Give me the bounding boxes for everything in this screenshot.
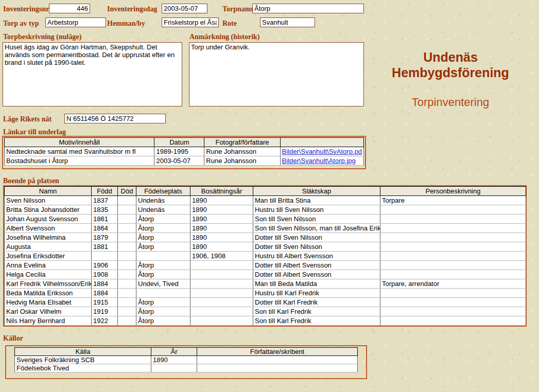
inventeringsnr-input[interactable] bbox=[49, 4, 90, 13]
cell: Undenäs bbox=[136, 205, 190, 215]
cell: Åtorp bbox=[136, 215, 190, 224]
cell: 1864 bbox=[92, 224, 118, 233]
table-row: Albert Svensson1864Åtorp1890Son till Sve… bbox=[5, 224, 526, 233]
cell bbox=[190, 270, 253, 279]
cell: Bostadshuset i Åtorp bbox=[5, 156, 154, 166]
cell bbox=[380, 224, 526, 233]
column-header: Släktskap bbox=[253, 187, 380, 196]
table-row: Josefina Wilhelmina1879Åtorp1890Dotter t… bbox=[5, 233, 526, 242]
cell bbox=[190, 316, 253, 326]
cell: 1906, 1908 bbox=[190, 252, 253, 261]
links-table: Motiv/innehållDatumFotograf/författare N… bbox=[4, 137, 364, 166]
cell: 1835 bbox=[92, 205, 118, 215]
cell bbox=[380, 233, 526, 242]
cell bbox=[190, 289, 253, 298]
column-header: Födelseplats bbox=[136, 187, 190, 196]
rote-label: Rote bbox=[222, 20, 237, 28]
column-header: År bbox=[151, 348, 197, 356]
column-header: Motiv/innehåll bbox=[5, 138, 154, 147]
residents-section-title: Boende på platsen bbox=[3, 177, 59, 185]
cell: 1890 bbox=[190, 242, 253, 252]
cell bbox=[380, 270, 526, 279]
table-row: Helga Cecilia1908ÅtorpDotter till Albert… bbox=[5, 270, 526, 279]
torpbeskrivning-textarea[interactable]: Huset ägs idag av Göran Hartman, Skeppsh… bbox=[3, 42, 182, 106]
cell: Britta Stina Johansdotter bbox=[5, 205, 92, 215]
cell: Bilder\Svanhult\SvAtorp.pd bbox=[280, 147, 363, 156]
cell: 1881 bbox=[92, 242, 118, 252]
cell: 1890 bbox=[190, 224, 253, 233]
inventeringsdag-label: Inventeringsdag bbox=[107, 5, 157, 13]
torp-av-typ-input[interactable] bbox=[45, 17, 106, 27]
table-row: Johan August Svensson1861Åtorp1890Son ti… bbox=[5, 215, 526, 224]
cell: Åtorp bbox=[136, 224, 190, 233]
sources-table-header-row: KällaÅrFörfattare/skribent bbox=[15, 348, 358, 356]
hemman-by-input[interactable] bbox=[162, 17, 219, 27]
cell bbox=[190, 298, 253, 307]
cell: 1879 bbox=[92, 233, 118, 242]
inventeringsdag-input[interactable] bbox=[162, 4, 207, 13]
cell bbox=[380, 242, 526, 252]
cell: 1890 bbox=[151, 356, 197, 364]
cell bbox=[380, 215, 526, 224]
cell: Albert Svensson bbox=[5, 224, 92, 233]
cell bbox=[197, 356, 358, 364]
cell: Dotter till Sven Nilsson bbox=[253, 233, 380, 242]
table-row: Anna Evelina1906ÅtorpDotter till Albert … bbox=[5, 261, 526, 270]
cell bbox=[118, 224, 136, 233]
cell bbox=[380, 289, 526, 298]
inventeringsnr-label: Inventeringsnr bbox=[3, 5, 49, 13]
branding-panel: Undenäs Hembygdsförening Torpinventering bbox=[367, 49, 534, 109]
anmarkning-textarea[interactable]: Torp under Granvik. bbox=[189, 42, 364, 106]
torp-av-typ-label: Torp av typ bbox=[3, 20, 39, 28]
sources-table-container: KällaÅrFörfattare/skribent Sveriges Folk… bbox=[5, 345, 367, 379]
cell: Åtorp bbox=[136, 233, 190, 242]
cell: Undenäs bbox=[136, 196, 190, 205]
cell: Son till Karl Fredrik bbox=[253, 307, 380, 316]
cell: Karl Fredrik Vilhelmsson/Eriks bbox=[5, 279, 92, 289]
column-header: Fotograf/författare bbox=[204, 138, 280, 147]
cell: Anna Evelina bbox=[5, 261, 92, 270]
document-link[interactable]: Bilder\Svanhult\SvAtorp.pd bbox=[282, 148, 362, 155]
cell: 1884 bbox=[92, 279, 118, 289]
cell bbox=[380, 307, 526, 316]
sources-table-body: Sveriges Folkräkning SCB1890Födelsebok T… bbox=[15, 356, 358, 372]
cell: 1890 bbox=[190, 196, 253, 205]
cell bbox=[118, 252, 136, 261]
cell: Åtorp bbox=[136, 242, 190, 252]
column-header: Bosättningsår bbox=[190, 187, 253, 196]
cell: Helga Cecilia bbox=[5, 270, 92, 279]
cell: Undevi, Tived bbox=[136, 279, 190, 289]
column-header bbox=[280, 138, 363, 147]
links-table-header-row: Motiv/innehållDatumFotograf/författare bbox=[5, 138, 364, 147]
cell: Augusta bbox=[5, 242, 92, 252]
torpnamn-input[interactable] bbox=[252, 4, 364, 13]
table-row: Beda Matilda Eriksson1884Hustru till Kar… bbox=[5, 289, 526, 298]
table-row: Josefina Eriksdotter1906, 1908Hustru til… bbox=[5, 252, 526, 261]
torpinventering-form: { "branding": { "org_name": "Undenäs Hem… bbox=[0, 0, 539, 392]
cell bbox=[118, 298, 136, 307]
cell bbox=[380, 252, 526, 261]
residents-table-container: NamnFöddDödFödelseplatsBosättningsårSläk… bbox=[3, 185, 527, 327]
rote-input[interactable] bbox=[260, 17, 315, 27]
document-link[interactable]: Bilder\Svanhult\Atorp.jpg bbox=[282, 157, 356, 165]
cell: 1890 bbox=[190, 205, 253, 215]
cell: Hustru till Albert Svensson bbox=[253, 252, 380, 261]
cell: Rune Johansson bbox=[204, 156, 280, 166]
cell: 1989-1995 bbox=[154, 147, 204, 156]
table-row: Sveriges Folkräkning SCB1890 bbox=[15, 356, 358, 364]
cell: Åtorp bbox=[136, 316, 190, 326]
cell: Bilder\Svanhult\Atorp.jpg bbox=[280, 156, 363, 166]
cell: Beda Matilda Eriksson bbox=[5, 289, 92, 298]
cell bbox=[197, 364, 358, 372]
cell bbox=[380, 298, 526, 307]
cell: Son till Karl Fredrik bbox=[253, 316, 380, 326]
cell: Man till Britta Stina bbox=[253, 196, 380, 205]
cell bbox=[380, 205, 526, 215]
links-table-body: Nedtecknade samtal med Svanhultsbor m fl… bbox=[5, 147, 364, 166]
lage-rikets-nat-input[interactable] bbox=[64, 114, 166, 123]
column-header: Namn bbox=[5, 187, 92, 196]
cell: Dotter till Sven Nilsson bbox=[253, 242, 380, 252]
cell: 1837 bbox=[92, 196, 118, 205]
cell: Karl Oskar Vilhelm bbox=[5, 307, 92, 316]
cell bbox=[118, 233, 136, 242]
